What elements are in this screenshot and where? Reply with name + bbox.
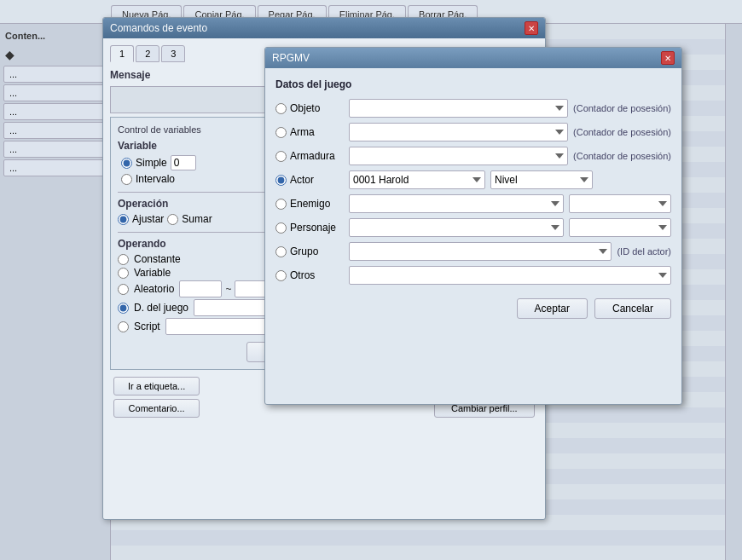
tab-1[interactable]: 1 — [110, 45, 134, 62]
sidebar-btn-6[interactable]: ... — [3, 159, 113, 176]
objeto-radio[interactable] — [275, 103, 287, 114]
personaje-radio[interactable] — [275, 222, 287, 234]
cmd-close-btn[interactable]: ✕ — [525, 21, 538, 35]
aleatorio-min[interactable] — [179, 280, 222, 297]
djuego-label: D. del juego — [134, 302, 188, 314]
otros-label: Otros — [290, 269, 315, 281]
personaje-label: Personaje — [290, 222, 336, 234]
comentario-btn[interactable]: Comentario... — [113, 399, 200, 418]
grupo-label: Grupo — [290, 245, 318, 257]
armadura-row: Armadura (Contador de posesión) — [275, 147, 671, 165]
grupo-radio-label: Grupo — [275, 245, 344, 257]
simple-input[interactable] — [171, 155, 196, 170]
armadura-note: (Contador de posesión) — [573, 151, 671, 161]
enemigo-radio[interactable] — [275, 199, 287, 210]
actor-type-select[interactable]: Nivel — [490, 170, 593, 189]
rpgmv-cancelar-btn[interactable]: Cancelar — [594, 298, 671, 319]
arma-radio[interactable] — [275, 127, 287, 138]
script-label: Script — [134, 320, 160, 332]
intervalo-radio[interactable] — [121, 174, 132, 185]
actor-select[interactable]: 0001 Harold — [349, 170, 485, 189]
tilde-symbol: ~ — [225, 283, 231, 295]
sumar-label: Sumar — [182, 213, 212, 225]
rpgmv-close-btn[interactable]: ✕ — [661, 51, 675, 65]
ajustar-radio[interactable] — [118, 214, 129, 225]
grupo-note: (ID del actor) — [617, 246, 671, 257]
constante-radio[interactable] — [118, 254, 129, 265]
rpgmv-body: Datos del juego Objeto (Contador de pose… — [265, 68, 681, 329]
enemigo-row: Enemigo — [275, 194, 671, 213]
sidebar-btn-2[interactable]: ... — [3, 84, 113, 101]
grupo-select[interactable] — [349, 242, 612, 261]
intervalo-label: Intervalo — [136, 173, 175, 185]
arma-row: Arma (Contador de posesión) — [275, 123, 671, 141]
actor-radio[interactable] — [275, 175, 287, 186]
rpgmv-title: RPGMV — [272, 52, 310, 64]
otros-radio-label: Otros — [275, 269, 344, 281]
armadura-radio-label: Armadura — [275, 150, 344, 162]
arma-label: Arma — [290, 126, 315, 138]
aleatorio-radio[interactable] — [118, 284, 129, 295]
right-sidebar — [725, 24, 742, 560]
grupo-row: Grupo (ID del actor) — [275, 242, 671, 261]
variable-op-label: Variable — [134, 267, 171, 279]
sidebar-btn-3[interactable]: ... — [3, 103, 113, 120]
simple-radio[interactable] — [121, 158, 132, 169]
aleatorio-label: Aleatorio — [134, 283, 174, 295]
armadura-select[interactable] — [349, 147, 568, 165]
simple-label: Simple — [136, 157, 167, 169]
personaje-select[interactable] — [349, 218, 564, 237]
otros-radio[interactable] — [275, 270, 287, 281]
rpgmv-window: RPGMV ✕ Datos del juego Objeto (Contador… — [264, 47, 682, 405]
ajustar-label: Ajustar — [132, 213, 164, 225]
personaje-type-select[interactable] — [569, 218, 671, 237]
arma-radio-label: Arma — [275, 126, 344, 138]
enemigo-label: Enemigo — [290, 198, 330, 210]
rpgmv-titlebar: RPGMV ✕ — [265, 48, 681, 68]
cmd-titlebar: Comandos de evento ✕ — [103, 18, 545, 38]
sumar-radio[interactable] — [167, 214, 178, 225]
djuego-radio[interactable] — [118, 303, 129, 314]
objeto-note: (Contador de posesión) — [573, 103, 671, 113]
diamond-icon: ◆ — [5, 48, 14, 61]
objeto-row: Objeto (Contador de posesión) — [275, 99, 671, 118]
sidebar-btn-5[interactable]: ... — [3, 141, 113, 158]
otros-row: Otros — [275, 266, 671, 285]
objeto-select[interactable] — [349, 99, 568, 118]
enemigo-radio-label: Enemigo — [275, 198, 344, 210]
constante-label: Constante — [134, 253, 181, 265]
objeto-radio-label: Objeto — [275, 102, 344, 114]
ir-etiqueta-btn[interactable]: Ir a etiqueta... — [113, 377, 200, 395]
personaje-row: Personaje — [275, 218, 671, 237]
left-link-btns: Ir a etiqueta... Comentario... — [113, 377, 200, 418]
tab-3[interactable]: 3 — [161, 45, 185, 62]
grupo-radio[interactable] — [275, 246, 287, 257]
arma-note: (Contador de posesión) — [573, 127, 671, 137]
actor-row: Actor 0001 Harold Nivel — [275, 170, 671, 189]
armadura-label: Armadura — [290, 150, 335, 162]
aleatorio-spinners: ~ — [179, 280, 277, 297]
sidebar-btn-4[interactable]: ... — [3, 122, 113, 139]
enemigo-select[interactable] — [349, 194, 564, 213]
sidebar-btn-1[interactable]: ... — [3, 66, 113, 83]
variable-op-radio[interactable] — [118, 268, 129, 279]
objeto-label: Objeto — [290, 102, 320, 114]
left-sidebar: Conten... ◆ ... ... ... ... ... ... — [0, 24, 111, 560]
cmd-title: Comandos de evento — [110, 22, 207, 34]
armadura-radio[interactable] — [275, 151, 287, 162]
otros-select[interactable] — [349, 266, 671, 285]
rpgmv-aceptar-btn[interactable]: Aceptar — [517, 298, 588, 319]
actor-label: Actor — [290, 174, 314, 186]
sidebar-label: Conten... — [0, 24, 110, 44]
tab-2[interactable]: 2 — [136, 45, 159, 62]
actor-radio-label: Actor — [275, 174, 344, 186]
arma-select[interactable] — [349, 123, 568, 141]
script-radio[interactable] — [118, 321, 129, 332]
personaje-radio-label: Personaje — [275, 222, 344, 234]
rpgmv-bottom-btns: Aceptar Cancelar — [275, 298, 671, 319]
enemigo-type-select[interactable] — [569, 194, 671, 213]
rpgmv-section-title: Datos del juego — [275, 78, 671, 90]
